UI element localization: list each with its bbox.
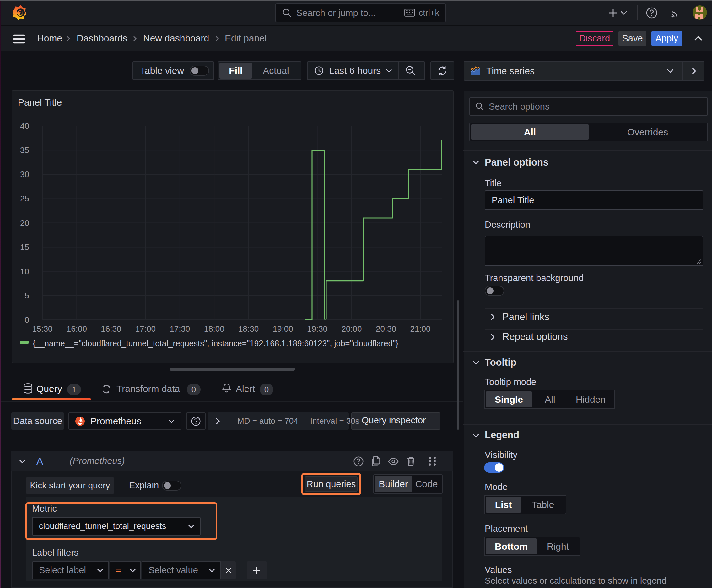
svg-text:15: 15 [20,243,29,252]
svg-text:16:00: 16:00 [67,324,87,334]
svg-text:35: 35 [20,145,29,155]
svg-text:21:00: 21:00 [410,324,430,334]
svg-text:40: 40 [20,121,29,131]
svg-text:20: 20 [20,218,29,228]
svg-text:17:30: 17:30 [170,324,190,334]
svg-text:15:30: 15:30 [32,324,52,334]
svg-text:19:30: 19:30 [307,324,327,334]
svg-text:19:00: 19:00 [273,324,293,334]
svg-text:18:00: 18:00 [204,324,224,334]
svg-text:16:30: 16:30 [101,324,121,334]
svg-text:0: 0 [25,315,29,324]
svg-text:25: 25 [20,194,29,203]
svg-text:20:30: 20:30 [376,324,396,334]
svg-text:{__name__="cloudflared_tunnel_: {__name__="cloudflared_tunnel_total_requ… [33,339,398,348]
svg-text:30: 30 [20,170,29,179]
svg-text:20:00: 20:00 [341,324,362,334]
svg-text:5: 5 [25,291,29,300]
svg-text:17:00: 17:00 [135,324,156,334]
svg-text:10: 10 [20,267,29,276]
svg-text:18:30: 18:30 [238,324,259,334]
